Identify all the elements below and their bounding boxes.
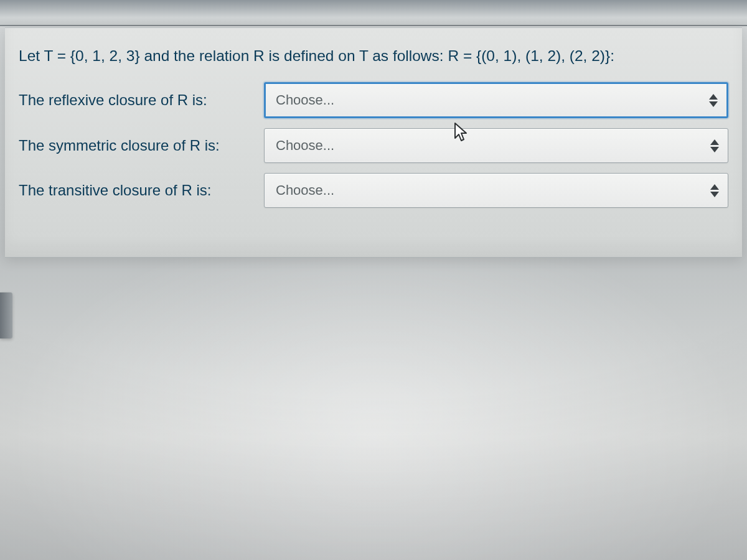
row-transitive: The transitive closure of R is: Choose..… bbox=[19, 173, 728, 208]
select-transitive[interactable]: Choose... bbox=[264, 173, 728, 208]
select-symmetric-placeholder: Choose... bbox=[276, 138, 334, 154]
window-top-band bbox=[0, 0, 747, 26]
select-symmetric[interactable]: Choose... bbox=[264, 128, 728, 163]
question-card: Let T = {0, 1, 2, 3} and the relation R … bbox=[5, 27, 742, 258]
select-transitive-placeholder: Choose... bbox=[276, 182, 334, 198]
label-reflexive: The reflexive closure of R is: bbox=[19, 91, 254, 109]
sort-spinner-icon bbox=[707, 91, 720, 109]
row-symmetric: The symmetric closure of R is: Choose... bbox=[19, 128, 728, 163]
sort-spinner-icon bbox=[708, 137, 721, 154]
question-prompt: Let T = {0, 1, 2, 3} and the relation R … bbox=[19, 45, 728, 66]
answer-rows: The reflexive closure of R is: Choose...… bbox=[19, 82, 728, 208]
label-transitive: The transitive closure of R is: bbox=[19, 182, 254, 199]
select-reflexive[interactable]: Choose... bbox=[264, 82, 728, 118]
left-edge-stub bbox=[0, 292, 12, 338]
row-reflexive: The reflexive closure of R is: Choose... bbox=[19, 82, 728, 118]
select-reflexive-placeholder: Choose... bbox=[276, 92, 334, 108]
label-symmetric: The symmetric closure of R is: bbox=[19, 137, 254, 154]
sort-spinner-icon bbox=[708, 182, 721, 199]
